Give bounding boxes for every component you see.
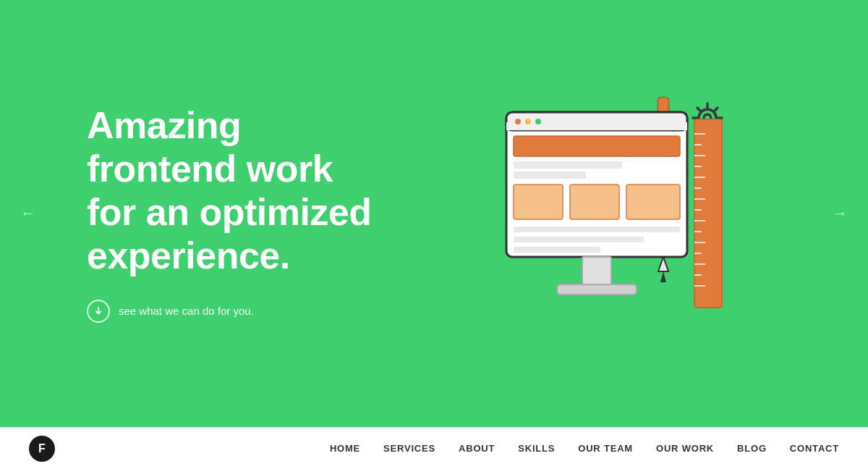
svg-line-9 [715,108,718,111]
svg-point-37 [535,119,541,124]
svg-rect-46 [514,247,600,253]
svg-point-36 [525,119,531,124]
cta-circle-icon [87,300,110,323]
nav-link-contact[interactable]: CONTACT [790,443,839,454]
nav-link-our-team[interactable]: OUR TEAM [578,443,633,454]
svg-rect-41 [514,185,563,219]
nav-link-about[interactable]: ABOUT [459,443,495,454]
svg-rect-42 [570,185,619,219]
bottom-navbar: F HOMESERVICESABOUTSKILLSOUR TEAMOUR WOR… [0,427,868,469]
svg-point-35 [515,119,521,124]
illustration-svg [448,69,752,358]
hero-text-block: Amazing frontend work for an optimized e… [87,104,391,322]
svg-rect-39 [514,161,622,169]
next-arrow[interactable]: → [832,204,848,223]
hero-illustration [448,69,752,358]
svg-rect-44 [514,227,680,232]
hero-title: Amazing frontend work for an optimized e… [87,104,391,277]
hero-section: ← Amazing frontend work for an optimized… [0,0,868,427]
nav-link-our-work[interactable]: OUR WORK [656,443,714,454]
svg-marker-28 [658,257,668,271]
svg-rect-43 [626,185,680,219]
svg-rect-11 [694,119,722,308]
nav-link-skills[interactable]: SKILLS [518,443,555,454]
svg-rect-34 [506,122,687,130]
cta-label: see what we can do for you. [119,305,254,317]
download-icon [94,307,103,316]
hero-cta-button[interactable]: see what we can do for you. [87,300,391,323]
svg-rect-47 [582,257,611,286]
svg-rect-40 [514,172,586,179]
svg-rect-45 [514,237,644,242]
nav-logo[interactable]: F [29,436,55,462]
svg-rect-48 [557,284,637,295]
svg-rect-38 [514,136,680,156]
nav-link-home[interactable]: HOME [330,443,360,454]
ruler-group [694,119,722,308]
nav-links-group: HOMESERVICESABOUTSKILLSOUR TEAMOUR WORKB… [330,443,839,454]
prev-arrow[interactable]: ← [20,204,36,223]
nav-link-blog[interactable]: BLOG [737,443,767,454]
nav-link-services[interactable]: SERVICES [383,443,435,454]
svg-marker-29 [660,271,666,282]
svg-line-7 [697,108,700,111]
